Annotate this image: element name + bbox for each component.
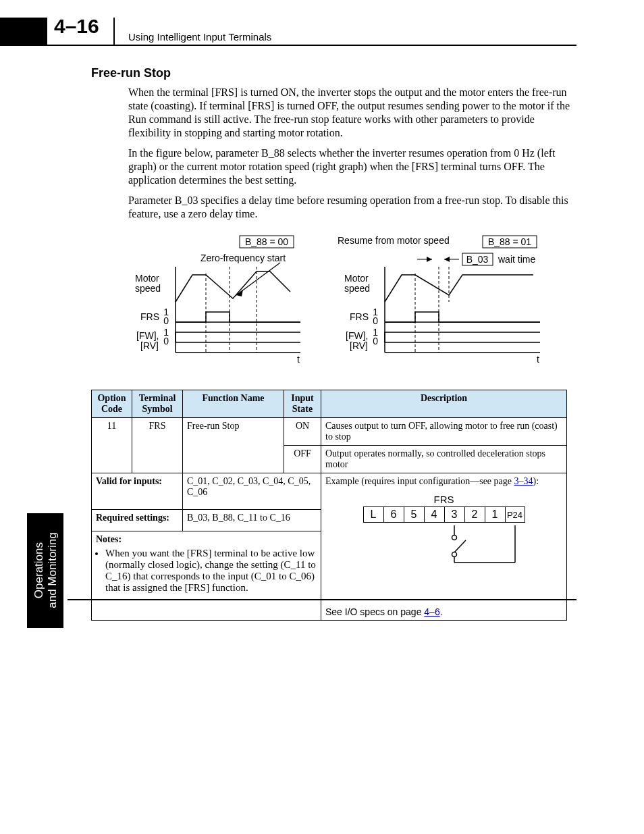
fig-right-ylab-frs: FRS bbox=[350, 311, 369, 322]
side-tab-line1: Operations bbox=[32, 542, 45, 598]
frs-diagram-label: FRS bbox=[325, 494, 562, 505]
svg-text:Motor: Motor bbox=[344, 273, 369, 284]
io-spec: See I/O specs on page 4–6. bbox=[325, 606, 562, 617]
terminal-L: L bbox=[363, 506, 383, 523]
terminal-6: 6 bbox=[383, 506, 404, 523]
terminal-2: 2 bbox=[464, 506, 485, 523]
example-text-post: ): bbox=[533, 476, 539, 486]
section-title: Free-run Stop bbox=[91, 66, 576, 80]
terminal-diagram: FRS L 6 5 4 3 2 1 P24 bbox=[325, 494, 562, 566]
td-valid-inputs-label: Valid for inputs: bbox=[92, 473, 183, 510]
svg-marker-13 bbox=[427, 257, 432, 262]
terminal-4: 4 bbox=[424, 506, 444, 523]
svg-text:[RV]: [RV] bbox=[350, 340, 368, 351]
td-desc-on: Causes output to turn OFF, allowing moto… bbox=[321, 418, 567, 446]
terminals: L 6 5 4 3 2 1 P24 bbox=[363, 506, 525, 523]
terminal-3: 3 bbox=[444, 506, 464, 523]
fig-right-waitbox: B_03 bbox=[466, 254, 489, 265]
th-terminal-symbol: Terminal Symbol bbox=[132, 390, 183, 418]
terminal-1: 1 bbox=[485, 506, 505, 523]
fig-right-waitlabel: wait time bbox=[498, 254, 535, 265]
td-symbol: FRS bbox=[132, 418, 183, 473]
th-function-name: Function Name bbox=[183, 390, 284, 418]
fig-left-xlabel: t bbox=[297, 354, 300, 365]
fig-left-subtitle: Zero-frequency start bbox=[200, 253, 286, 263]
svg-point-32 bbox=[452, 536, 456, 540]
fig-left-frs-0: 0 bbox=[163, 315, 169, 326]
fig-right-parambox: B_88 = 01 bbox=[488, 236, 531, 247]
header-black-block bbox=[0, 18, 47, 46]
fig-right-xlabel: t bbox=[537, 354, 539, 365]
notes-label: Notes: bbox=[96, 534, 122, 544]
th-description: Description bbox=[321, 390, 567, 418]
td-example: Example (requires input configuration—se… bbox=[321, 473, 567, 621]
terminal-P24: P24 bbox=[505, 506, 525, 523]
side-tab: Operations and Monitoring bbox=[27, 513, 63, 628]
td-desc-off: Output operates normally, so controlled … bbox=[321, 446, 567, 473]
body-text: When the terminal [FRS] is turned ON, th… bbox=[68, 86, 576, 221]
header-rule bbox=[0, 45, 576, 46]
fig-left-parambox: B_88 = 00 bbox=[245, 236, 288, 247]
para-1: When the terminal [FRS] is turned ON, th… bbox=[128, 86, 576, 140]
switch-icon bbox=[363, 525, 525, 566]
td-state-off: OFF bbox=[284, 446, 321, 473]
fig-left-ylab-motor2: speed bbox=[135, 283, 161, 294]
td-required-label: Required settings: bbox=[92, 509, 183, 531]
th-option-code: Option Code bbox=[92, 390, 132, 418]
fig-left-ylab-frs: FRS bbox=[140, 311, 159, 322]
fig-left-ylab-motor1: Motor bbox=[135, 273, 159, 284]
page: 4–16 Using Intelligent Input Terminals O… bbox=[0, 0, 644, 661]
fig-left-ylab-rv: [RV] bbox=[140, 340, 159, 351]
svg-text:[FW],: [FW], bbox=[346, 330, 368, 341]
example-link[interactable]: 3–34 bbox=[514, 476, 533, 486]
svg-point-34 bbox=[452, 552, 456, 557]
note-1: When you want the [FRS] terminal to be a… bbox=[105, 548, 317, 594]
chapter-title: Using Intelligent Input Terminals bbox=[128, 31, 271, 43]
td-code: 11 bbox=[92, 418, 132, 473]
td-state-on: ON bbox=[284, 418, 321, 446]
footer-rule bbox=[68, 599, 576, 600]
svg-marker-15 bbox=[444, 257, 450, 262]
td-func: Free-run Stop bbox=[183, 418, 284, 473]
fig-left-ylab-fw: [FW], bbox=[136, 330, 159, 341]
fig-left-fw-0: 0 bbox=[163, 336, 169, 346]
para-3: Parameter B_03 specifies a delay time be… bbox=[128, 194, 576, 221]
io-spec-link[interactable]: 4–6 bbox=[424, 606, 439, 617]
svg-line-33 bbox=[454, 540, 466, 552]
td-required-value: B_03, B_88, C_11 to C_16 bbox=[183, 509, 321, 531]
svg-text:0: 0 bbox=[373, 315, 378, 326]
param-table: Option Code Terminal Symbol Function Nam… bbox=[91, 390, 567, 621]
svg-text:speed: speed bbox=[344, 283, 370, 294]
svg-text:0: 0 bbox=[373, 336, 378, 346]
td-notes: Notes: When you want the [FRS] terminal … bbox=[92, 531, 321, 621]
para-2: In the figure below, parameter B_88 sele… bbox=[128, 147, 576, 187]
page-number: 4–16 bbox=[54, 15, 99, 38]
terminal-5: 5 bbox=[404, 506, 424, 523]
figure: B_88 = 00 Zero-frequency start t Motor s… bbox=[128, 234, 576, 369]
th-input-state: Input State bbox=[284, 390, 321, 418]
content: Free-run Stop When the terminal [FRS] is… bbox=[68, 66, 576, 621]
example-text-pre: Example (requires input configuration—se… bbox=[325, 476, 514, 486]
fig-right-heading: Resume from motor speed bbox=[338, 235, 450, 246]
side-tab-line2: and Monitoring bbox=[45, 533, 58, 608]
td-valid-inputs-value: C_01, C_02, C_03, C_04, C_05, C_06 bbox=[183, 473, 321, 510]
